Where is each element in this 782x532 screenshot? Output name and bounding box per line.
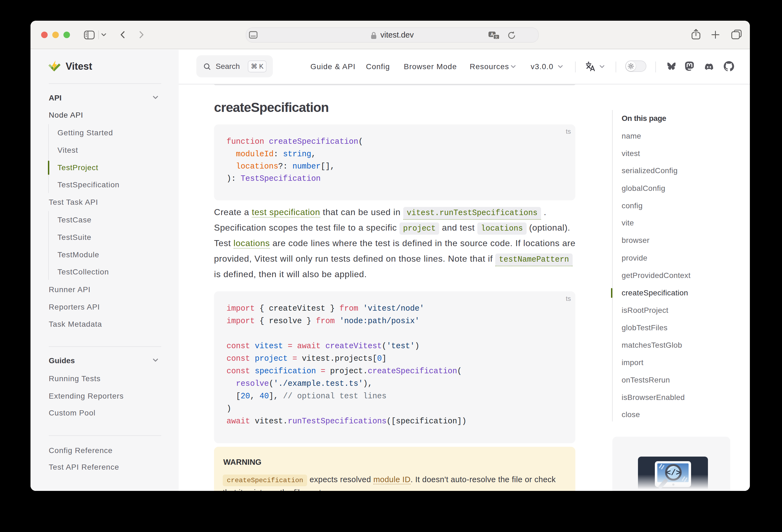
svg-text:</>: </> (666, 468, 681, 477)
svg-text:文: 文 (495, 35, 498, 39)
